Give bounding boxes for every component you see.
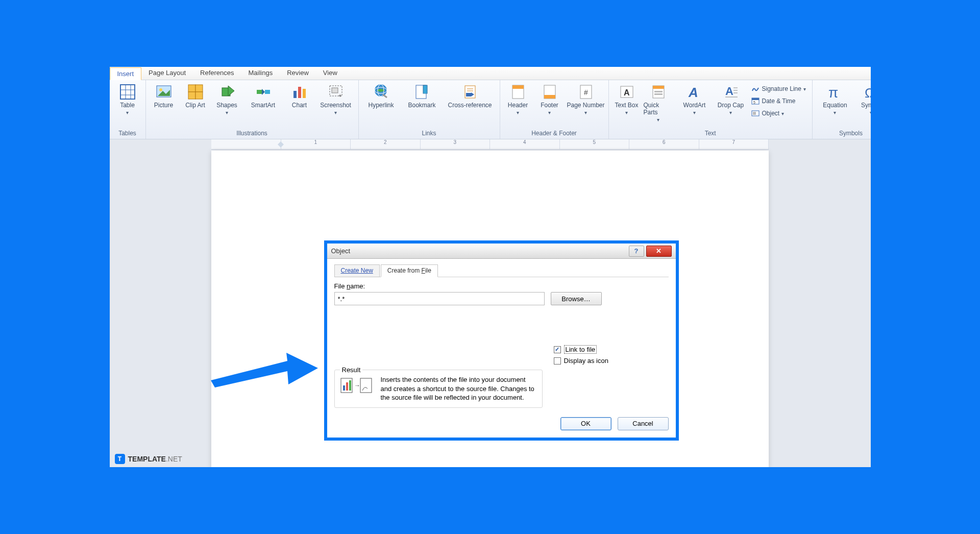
textbox-button[interactable]: AText Box▾ xyxy=(612,82,642,116)
chevron-down-icon: ▾ xyxy=(226,110,228,115)
ribbon-group-tables: Table ▾ Tables xyxy=(110,80,146,139)
bookmark-icon xyxy=(413,83,431,101)
clipart-button[interactable]: Clip Art xyxy=(181,82,210,110)
ribbon-tab-strip: Insert Page Layout References Mailings R… xyxy=(110,67,871,80)
help-icon: ? xyxy=(634,247,639,255)
cancel-button[interactable]: Cancel xyxy=(618,417,669,430)
display-as-icon-checkbox[interactable]: Display as icon xyxy=(554,357,669,365)
header-label: Header xyxy=(508,102,528,109)
hyperlink-button[interactable]: Hyperlink xyxy=(362,82,401,110)
chevron-down-icon: ▾ xyxy=(870,110,872,115)
svg-rect-31 xyxy=(466,93,471,96)
group-symbols-label: Symbols xyxy=(816,130,878,139)
ruler: 1 2 3 4 5 6 7 xyxy=(211,139,769,150)
result-groupbox: Result → Inserts the contents of the fil… xyxy=(334,370,543,408)
tab-references[interactable]: References xyxy=(193,67,241,80)
object-button[interactable]: Object▾ xyxy=(748,108,809,119)
ruler-mark: 5 xyxy=(560,139,630,149)
smartart-button[interactable]: SmartArt xyxy=(244,82,283,110)
equation-icon: π xyxy=(826,83,844,101)
quickparts-label: Quick Parts xyxy=(644,102,673,116)
display-as-icon-label: Display as icon xyxy=(564,357,608,365)
object-label: Object xyxy=(762,110,780,117)
tab-create-new-label: Create New xyxy=(341,267,373,274)
svg-marker-12 xyxy=(228,86,234,96)
smartart-icon xyxy=(255,83,272,101)
tab-mailings[interactable]: Mailings xyxy=(241,67,280,80)
object-dialog: Object ? ✕ Create New Create from File F… xyxy=(324,240,679,441)
datetime-label: Date & Time xyxy=(762,98,796,105)
footer-button[interactable]: Footer▾ xyxy=(535,82,565,116)
wordart-button[interactable]: AWordArt▾ xyxy=(675,82,714,116)
chevron-down-icon: ▾ xyxy=(334,110,337,115)
svg-text:A: A xyxy=(624,88,630,97)
tab-create-from-file[interactable]: Create from File xyxy=(381,264,438,277)
bookmark-label: Bookmark xyxy=(408,102,435,109)
table-button[interactable]: Table ▾ xyxy=(113,82,142,116)
svg-marker-15 xyxy=(262,89,265,95)
tab-view[interactable]: View xyxy=(316,67,345,80)
close-button[interactable]: ✕ xyxy=(646,246,672,257)
svg-text:A: A xyxy=(725,85,733,98)
tab-review[interactable]: Review xyxy=(280,67,316,80)
tab-insert[interactable]: Insert xyxy=(110,67,142,80)
wordart-label: WordArt xyxy=(683,102,706,109)
chevron-down-icon: ▾ xyxy=(657,117,659,123)
pagenumber-button[interactable]: #Page Number▾ xyxy=(567,82,605,116)
checkbox-unchecked-icon xyxy=(554,357,561,365)
equation-button[interactable]: πEquation▾ xyxy=(816,82,854,116)
dropcap-button[interactable]: ADrop Cap▾ xyxy=(716,82,746,116)
chevron-down-icon: ▾ xyxy=(834,110,836,115)
ruler-mark: 7 xyxy=(699,139,769,149)
svg-rect-52 xyxy=(752,98,759,100)
ribbon-group-header-footer: Header▾ Footer▾ #Page Number▾ Header & F… xyxy=(500,80,609,139)
chevron-down-icon: ▾ xyxy=(729,110,732,115)
hyperlink-icon xyxy=(373,83,390,101)
svg-rect-61 xyxy=(346,382,348,391)
svg-text:π: π xyxy=(828,85,838,101)
chart-icon xyxy=(291,83,308,101)
link-to-file-checkbox[interactable]: Link to file xyxy=(554,345,669,354)
symbol-button[interactable]: ΩSymbol▾ xyxy=(856,82,878,116)
footer-icon xyxy=(541,83,558,101)
crossref-label: Cross-reference xyxy=(448,102,492,109)
symbol-icon: Ω xyxy=(863,83,878,101)
svg-rect-44 xyxy=(654,93,663,95)
link-to-file-label: Link to file xyxy=(564,345,597,354)
datetime-button[interactable]: 5Date & Time xyxy=(748,95,809,107)
shapes-icon xyxy=(218,83,236,101)
equation-label: Equation xyxy=(823,102,847,109)
chart-button[interactable]: Chart xyxy=(285,82,314,110)
signature-icon xyxy=(751,84,760,93)
brand-footer: T TEMPLATE.NET xyxy=(115,454,182,464)
dialog-tab-strip: Create New Create from File xyxy=(334,264,669,277)
ok-button[interactable]: OK xyxy=(560,417,611,430)
tab-create-new[interactable]: Create New xyxy=(334,264,380,277)
svg-text:→: → xyxy=(354,382,360,389)
annotation-arrow-icon xyxy=(211,350,318,393)
svg-text:+: + xyxy=(338,92,341,99)
picture-button[interactable]: Picture xyxy=(149,82,179,110)
chevron-down-icon: ▾ xyxy=(126,110,129,115)
help-button[interactable]: ? xyxy=(629,246,644,257)
quickparts-button[interactable]: Quick Parts▾ xyxy=(644,82,673,124)
svg-rect-64 xyxy=(360,378,372,393)
crossref-button[interactable]: Cross-reference xyxy=(444,82,497,110)
hyperlink-label: Hyperlink xyxy=(368,102,394,109)
dropcap-label: Drop Cap xyxy=(718,102,744,109)
signature-button[interactable]: Signature Line▾ xyxy=(748,83,809,94)
browse-button[interactable]: Browse… xyxy=(551,292,602,305)
close-icon: ✕ xyxy=(656,247,662,255)
filename-input[interactable] xyxy=(334,292,545,305)
bookmark-button[interactable]: Bookmark xyxy=(403,82,442,110)
tab-create-from-file-label: Create from File xyxy=(387,267,431,274)
quickparts-icon xyxy=(650,83,667,101)
pagenumber-label: Page Number xyxy=(567,102,604,109)
screenshot-button[interactable]: +Screenshot▾ xyxy=(316,82,355,116)
dialog-titlebar[interactable]: Object ? ✕ xyxy=(327,244,676,259)
tab-page-layout[interactable]: Page Layout xyxy=(141,67,193,80)
header-button[interactable]: Header▾ xyxy=(503,82,533,116)
signature-label: Signature Line xyxy=(762,85,801,92)
shapes-button[interactable]: Shapes▾ xyxy=(212,82,242,116)
group-headerfooter-label: Header & Footer xyxy=(503,130,605,139)
